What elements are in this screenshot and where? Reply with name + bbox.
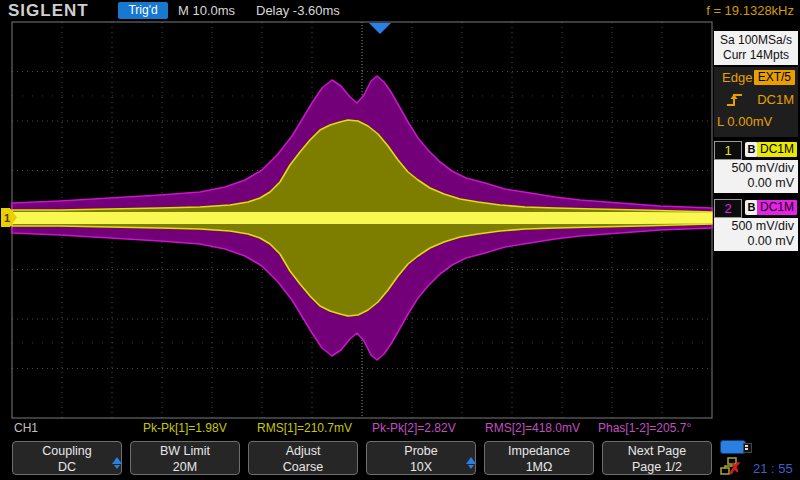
measure-channel-label: CH1 bbox=[14, 421, 38, 435]
frequency-counter: f = 19.1328kHz bbox=[706, 3, 794, 18]
menu-label: Coupling bbox=[13, 443, 121, 459]
waveform-display: 1 bbox=[0, 0, 800, 480]
menu-label: BW Limit bbox=[131, 443, 239, 459]
menu-label: Next Page bbox=[603, 443, 711, 459]
waveform-traces bbox=[12, 76, 712, 360]
trigger-coupling: DC1M bbox=[757, 89, 794, 111]
trigger-type-label: Edge bbox=[722, 70, 752, 85]
trigger-level: L 0.00mV bbox=[717, 114, 772, 129]
menu-value: Page 1/2 bbox=[603, 459, 711, 475]
channel2-coupling-badge: DC1M bbox=[757, 200, 797, 215]
siglent-logo: SIGLENT bbox=[8, 1, 89, 21]
menu-button-probe[interactable]: Probe 10X bbox=[366, 441, 476, 475]
menu-value: 10X bbox=[367, 459, 475, 475]
measurement-rms2: RMS[2]=418.0mV bbox=[485, 421, 580, 435]
menu-button-bwlimit[interactable]: BW Limit 20M bbox=[130, 441, 240, 475]
trigger-source-badge: EXT/5 bbox=[754, 70, 795, 85]
sample-rate: Sa 100MSa/s bbox=[714, 33, 798, 48]
channel2-offset: 0.00 mV bbox=[714, 234, 794, 249]
timebase-readout[interactable]: M 10.0ms bbox=[178, 3, 235, 18]
lan-error-cross: ✗ bbox=[728, 459, 741, 478]
channel1-offset: 0.00 mV bbox=[714, 176, 794, 191]
rising-edge-icon bbox=[726, 92, 744, 108]
oscilloscope-screen: 1 SIGLENT Trig'd M 10.0ms Delay -3.60ms … bbox=[0, 0, 800, 480]
menu-value: Coarse bbox=[249, 459, 357, 475]
channel1-offset-marker-label: 1 bbox=[4, 212, 10, 224]
trigger-position-marker[interactable] bbox=[369, 23, 391, 34]
menu-value: 1MΩ bbox=[485, 459, 593, 475]
measurement-rms1: RMS[1]=210.7mV bbox=[257, 421, 352, 435]
usb-icon bbox=[720, 440, 746, 454]
trigger-status-badge: Trig'd bbox=[118, 2, 168, 19]
memory-depth: Curr 14Mpts bbox=[714, 48, 798, 63]
menu-label: Adjust bbox=[249, 443, 357, 459]
delay-readout[interactable]: Delay -3.60ms bbox=[256, 3, 340, 18]
lan-disconnected-icon: ✗ bbox=[720, 457, 746, 477]
menu-button-nextpage[interactable]: Next Page Page 1/2 bbox=[602, 441, 712, 475]
menu-value: DC bbox=[13, 459, 121, 475]
channel1-number: 1 bbox=[714, 141, 742, 160]
trace-ch1-core bbox=[12, 212, 712, 224]
measurement-pkpk2: Pk-Pk[2]=2.82V bbox=[372, 421, 456, 435]
channel2-info-box[interactable]: 2 B DC1M 500 mV/div 0.00 mV bbox=[714, 198, 798, 251]
menu-button-adjust[interactable]: Adjust Coarse bbox=[248, 441, 358, 475]
channel1-info-box[interactable]: 1 B DC1M 500 mV/div 0.00 mV bbox=[714, 140, 798, 193]
channel1-coupling-badge: DC1M bbox=[757, 142, 797, 157]
menu-value: 20M bbox=[131, 459, 239, 475]
channel2-scale: 500 mV/div bbox=[714, 219, 794, 234]
menu-button-coupling[interactable]: Coupling DC bbox=[12, 441, 122, 475]
channel2-number: 2 bbox=[714, 199, 742, 218]
menu-label: Probe bbox=[367, 443, 475, 459]
measurement-phase: Phas[1-2]=205.7° bbox=[598, 421, 691, 435]
menu-label: Impedance bbox=[485, 443, 593, 459]
clock: 21 : 55 bbox=[753, 461, 793, 476]
trigger-info-box[interactable]: Edge EXT/5 DC1M L 0.00mV bbox=[714, 67, 798, 137]
acquisition-info-box[interactable]: Sa 100MSa/s Curr 14Mpts bbox=[714, 31, 798, 65]
menu-button-impedance[interactable]: Impedance 1MΩ bbox=[484, 441, 594, 475]
measurement-pkpk1: Pk-Pk[1]=1.98V bbox=[143, 421, 227, 435]
channel1-scale: 500 mV/div bbox=[714, 161, 794, 176]
